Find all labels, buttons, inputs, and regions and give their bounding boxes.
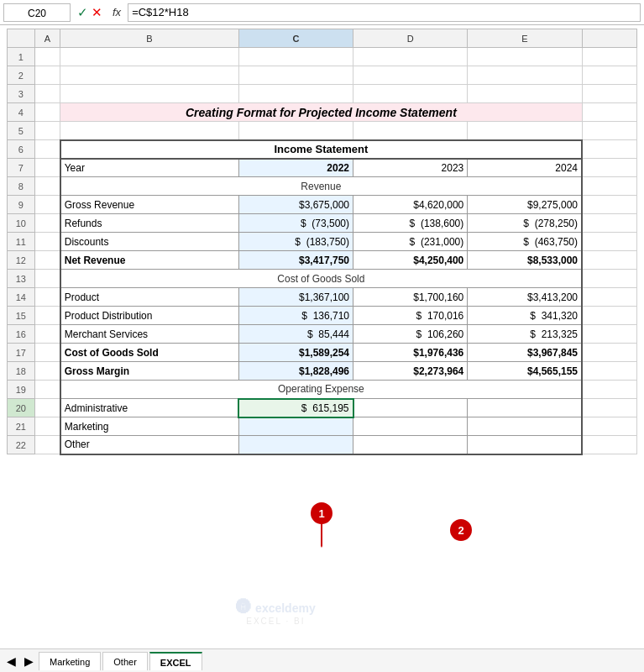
table-row: 14 Product $1,367,100 $1,700,160 $3,413,… xyxy=(8,288,637,307)
cell-b20[interactable]: Administrative xyxy=(60,399,239,417)
cell-c11[interactable]: $ (183,750) xyxy=(238,233,353,251)
cell-e12[interactable]: $8,533,000 xyxy=(468,251,582,270)
cell-e11[interactable]: $ (463,750) xyxy=(468,233,582,251)
income-statement-header[interactable]: Income Statement xyxy=(60,140,582,159)
table-row: 18 Gross Margin $1,828,496 $2,273,964 $4… xyxy=(8,362,637,381)
title-row: 4 Creating Format for Projected Income S… xyxy=(8,103,637,122)
cell-d9[interactable]: $4,620,000 xyxy=(353,196,468,214)
cell-e7[interactable]: 2024 xyxy=(468,159,582,177)
annotation-arrow-1 xyxy=(321,522,322,548)
cell-e1[interactable] xyxy=(468,48,582,66)
cell-d22[interactable] xyxy=(353,436,468,454)
cell-d10[interactable]: $ (138,600) xyxy=(353,214,468,233)
corner-cell xyxy=(8,29,35,48)
checkmark-icon[interactable]: ✓ xyxy=(77,5,88,20)
cell-c20-selected[interactable]: $ 615,195 xyxy=(238,399,353,417)
cell-b7[interactable]: Year xyxy=(60,159,239,177)
revenue-section-header: Revenue xyxy=(60,177,582,196)
table-row: 1 xyxy=(8,48,637,66)
cell-b21[interactable]: Marketing xyxy=(60,417,239,436)
table-row: 15 Product Distribution $ 136,710 $ 170,… xyxy=(8,307,637,325)
cell-c18[interactable]: $1,828,496 xyxy=(238,362,353,381)
cell-e21[interactable] xyxy=(468,417,582,436)
cell-c16[interactable]: $ 85,444 xyxy=(238,325,353,344)
cell-b16[interactable]: Merchant Services xyxy=(60,325,239,344)
cell-b22[interactable]: Other xyxy=(60,436,239,454)
tab-scroll-right[interactable]: ▶ xyxy=(21,654,37,668)
table-row: 16 Merchant Services $ 85,444 $ 106,260 … xyxy=(8,325,637,344)
tab-scroll-left[interactable]: ◀ xyxy=(3,654,19,668)
spreadsheet-grid: A B C D E 1 xyxy=(7,29,637,455)
cell-b18[interactable]: Gross Margin xyxy=(60,362,239,381)
cell-d15[interactable]: $ 170,016 xyxy=(353,307,468,325)
cell-c10[interactable]: $ (73,500) xyxy=(238,214,353,233)
cell-b1[interactable] xyxy=(60,48,239,66)
cell-ref-box[interactable]: C20 xyxy=(3,3,71,22)
cancel-icon[interactable]: ✕ xyxy=(92,5,102,20)
cell-e16[interactable]: $ 213,325 xyxy=(468,325,582,344)
year-row: 7 Year 2022 2023 2024 xyxy=(8,159,637,177)
cell-c22[interactable] xyxy=(238,436,353,454)
cell-e22[interactable] xyxy=(468,436,582,454)
cell-c15[interactable]: $ 136,710 xyxy=(238,307,353,325)
col-header-c[interactable]: C xyxy=(238,29,353,48)
cell-d7[interactable]: 2023 xyxy=(353,159,468,177)
annotation-1: 1 xyxy=(311,502,332,524)
cell-e17[interactable]: $3,967,845 xyxy=(468,344,582,362)
cell-d14[interactable]: $1,700,160 xyxy=(353,288,468,307)
formula-icons: ✓ ✕ xyxy=(74,5,106,20)
formula-bar: C20 ✓ ✕ fx xyxy=(0,0,644,25)
cell-c17[interactable]: $1,589,254 xyxy=(238,344,353,362)
cell-b14[interactable]: Product xyxy=(60,288,239,307)
watermark-tagline: EXCEL · BI xyxy=(236,617,316,626)
cell-e10[interactable]: $ (278,250) xyxy=(468,214,582,233)
cell-e15[interactable]: $ 341,320 xyxy=(468,307,582,325)
formula-input[interactable] xyxy=(128,3,641,22)
cell-d12[interactable]: $4,250,400 xyxy=(353,251,468,270)
cell-d11[interactable]: $ (231,000) xyxy=(353,233,468,251)
fx-label: fx xyxy=(109,6,124,18)
cell-e14[interactable]: $3,413,200 xyxy=(468,288,582,307)
cell-d17[interactable]: $1,976,436 xyxy=(353,344,468,362)
cell-c21[interactable] xyxy=(238,417,353,436)
cell-rest1 xyxy=(582,48,636,66)
cell-d20[interactable] xyxy=(353,399,468,417)
table-row: 9 Gross Revenue $3,675,000 $4,620,000 $9… xyxy=(8,196,637,214)
col-header-a[interactable]: A xyxy=(34,29,60,48)
income-header-row: 6 Income Statement xyxy=(8,140,637,159)
cell-b15[interactable]: Product Distribution xyxy=(60,307,239,325)
table-row: 22 Other xyxy=(8,436,637,454)
spreadsheet-title[interactable]: Creating Format for Projected Income Sta… xyxy=(60,103,582,122)
tab-marketing[interactable]: Marketing xyxy=(39,652,101,670)
cell-d1[interactable] xyxy=(353,48,468,66)
col-header-d[interactable]: D xyxy=(353,29,468,48)
table-row: 12 Net Revenue $3,417,750 $4,250,400 $8,… xyxy=(8,251,637,270)
cell-b17[interactable]: Cost of Goods Sold xyxy=(60,344,239,362)
cell-b12[interactable]: Net Revenue xyxy=(60,251,239,270)
cell-e20[interactable] xyxy=(468,399,582,417)
table-row: 21 Marketing xyxy=(8,417,637,436)
col-header-e[interactable]: E xyxy=(468,29,582,48)
row-num: 1 xyxy=(8,48,35,66)
cell-e18[interactable]: $4,565,155 xyxy=(468,362,582,381)
cell-b10[interactable]: Refunds xyxy=(60,214,239,233)
cell-c14[interactable]: $1,367,100 xyxy=(238,288,353,307)
cell-e9[interactable]: $9,275,000 xyxy=(468,196,582,214)
cell-c12[interactable]: $3,417,750 xyxy=(238,251,353,270)
col-header-b[interactable]: B xyxy=(60,29,239,48)
tab-other[interactable]: Other xyxy=(102,652,148,670)
cell-a1[interactable] xyxy=(34,48,60,66)
cell-d21[interactable] xyxy=(353,417,468,436)
revenue-header-row: 8 Revenue xyxy=(8,177,637,196)
cell-d18[interactable]: $2,273,964 xyxy=(353,362,468,381)
tab-excel[interactable]: EXCEL xyxy=(149,652,202,670)
cell-b11[interactable]: Discounts xyxy=(60,233,239,251)
cell-d16[interactable]: $ 106,260 xyxy=(353,325,468,344)
cell-c7[interactable]: 2022 xyxy=(238,159,353,177)
cell-c9[interactable]: $3,675,000 xyxy=(238,196,353,214)
table-row: 10 Refunds $ (73,500) $ (138,600) $ (278… xyxy=(8,214,637,233)
cell-b9[interactable]: Gross Revenue xyxy=(60,196,239,214)
cogs-header-row: 13 Cost of Goods Sold xyxy=(8,270,637,288)
watermark: 🅐 exceldemy EXCEL · BI xyxy=(236,599,316,626)
cell-c1[interactable] xyxy=(238,48,353,66)
